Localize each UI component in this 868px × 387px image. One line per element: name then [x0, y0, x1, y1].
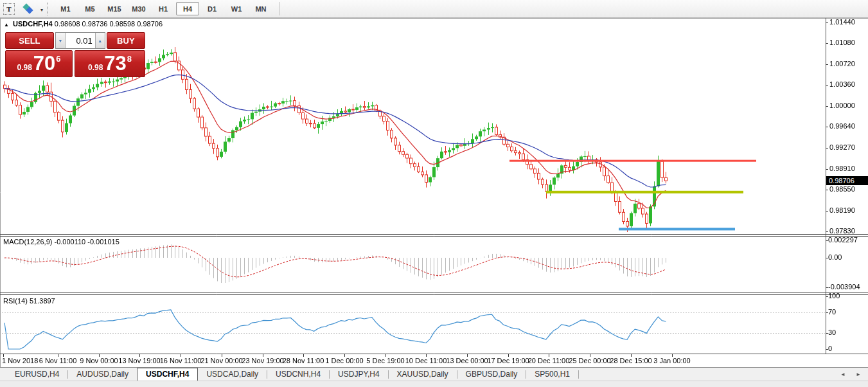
timeframe-h1-button[interactable]: H1: [152, 2, 175, 15]
buy-price-display[interactable]: 0.98 73 8: [75, 50, 145, 77]
toolbar-separator: [279, 2, 280, 15]
rsi-value: 51.3897: [30, 297, 55, 305]
price-axis-label: 0.98550: [829, 185, 855, 194]
tab-scroll-left-icon[interactable]: ◄: [838, 370, 847, 379]
current-price-badge: 0.98706: [826, 176, 868, 185]
time-axis-label: 1 Nov 2018: [2, 357, 38, 365]
time-axis-label: 13 Nov 19:00: [118, 357, 160, 365]
sell-button[interactable]: SELL: [5, 32, 54, 49]
time-axis-label: 5 Dec 19:00: [366, 357, 404, 365]
mt-terminal: T ▾ M1 M5 M15 M30 H1 H4 D1 W1 MN ▲ USDCH…: [0, 0, 868, 387]
tab-usdcad-daily[interactable]: USDCAD,Daily: [198, 368, 267, 381]
price-axis-label: 0.97830: [829, 227, 855, 235]
tab-usdcnh-h4[interactable]: USDCNH,H4: [267, 368, 329, 381]
chart-symbol-period: USDCHF,H4: [13, 20, 53, 28]
price-axis-label: 1.01440: [829, 18, 855, 26]
time-axis-label: 25 Dec 00:00: [569, 357, 610, 365]
time-axis-label: 13 Dec 00:00: [446, 357, 488, 365]
status-bar: [0, 381, 868, 387]
shapes-tool-icon[interactable]: ▾: [21, 3, 38, 15]
timeframe-m5-button[interactable]: M5: [78, 2, 102, 15]
timeframe-w1-button[interactable]: W1: [225, 2, 248, 15]
tab-xauusd-daily[interactable]: XAUUSD,Daily: [389, 368, 457, 381]
macd-axis-label: -0.003904: [828, 283, 860, 291]
buy-button[interactable]: BUY: [107, 32, 145, 49]
time-axis-label: 20 Dec 11:00: [528, 357, 570, 365]
rsi-axis-label: 70: [828, 308, 836, 316]
timeframe-d1-button[interactable]: D1: [200, 2, 224, 15]
price-axis-label: 0.99270: [829, 143, 855, 152]
sell-price-prefix: 0.98: [17, 63, 31, 72]
timeframe-m1-button[interactable]: M1: [54, 2, 77, 15]
chart-ohlc-values: 0.98608 0.98736 0.98598 0.98706: [55, 20, 163, 28]
time-axis-label: 28 Dec 15:00: [610, 357, 651, 365]
tab-eurusd-h4[interactable]: EURUSD,H4: [6, 368, 67, 381]
macd-axis-label: 0.00: [828, 253, 842, 262]
price-axis-label: 1.00360: [829, 80, 855, 89]
time-axis-label: 9 Nov 00:00: [80, 357, 118, 365]
buy-price-big: 73: [104, 51, 126, 76]
text-tool-icon[interactable]: T: [3, 3, 15, 15]
time-axis-label: 23 Nov 19:00: [242, 357, 283, 365]
timeframe-m30-button[interactable]: M30: [127, 2, 150, 15]
tab-sp500-h1[interactable]: SP500,H1: [526, 368, 578, 381]
buy-price-pip: 8: [127, 54, 132, 64]
price-axis-label: 1.01080: [829, 39, 855, 47]
timeframe-h4-button[interactable]: H4: [176, 2, 199, 15]
tab-audusd-daily[interactable]: AUDUSD,Daily: [68, 368, 137, 381]
chevron-down-icon: ▾: [40, 7, 43, 13]
chart-collapse-icon[interactable]: ▲: [4, 22, 9, 28]
sell-price-big: 70: [33, 51, 55, 76]
one-click-trading-panel: SELL ▼ ▲ BUY 0.98 70 6 0.98 73 8: [5, 32, 145, 77]
toolbar: T ▾ M1 M5 M15 M30 H1 H4 D1 W1 MN: [0, 0, 868, 18]
timeframe-m15-button[interactable]: M15: [103, 2, 126, 15]
volume-increase-button[interactable]: ▲: [95, 33, 105, 48]
tab-usdjpy-h4[interactable]: USDJPY,H4: [330, 368, 387, 381]
tab-scroll-right-icon[interactable]: ►: [854, 370, 863, 379]
tab-separator: [578, 370, 579, 379]
price-axis-label: 1.00000: [829, 102, 855, 110]
price-axis-label: 0.98190: [829, 206, 855, 215]
time-axis-label: 6 Nov 11:00: [39, 357, 77, 365]
sell-price-display[interactable]: 0.98 70 6: [5, 50, 73, 77]
volume-input[interactable]: [66, 33, 95, 48]
rsi-label: RSI(14) 51.3897: [3, 297, 55, 305]
chart-tab-bar: EURUSD,H4 AUDUSD,Daily USDCHF,H4 USDCAD,…: [0, 367, 868, 381]
rsi-axis-label: 0: [828, 345, 832, 353]
time-axis-label: 17 Dec 19:00: [487, 357, 529, 365]
macd-label: MACD(12,26,9) -0.000110 -0.001015: [3, 238, 120, 246]
time-axis-label: 10 Dec 11:00: [405, 357, 447, 365]
macd-values: -0.000110 -0.001015: [54, 238, 119, 246]
time-axis-label: 3 Jan 00:00: [653, 357, 691, 365]
rsi-axis-label: 30: [828, 328, 836, 337]
chart-window: ▲ USDCHF,H4 0.98608 0.98736 0.98598 0.98…: [0, 18, 868, 367]
rsi-axis-label: 100: [828, 292, 840, 300]
price-axis-label: 0.99640: [829, 122, 855, 130]
tab-usdchf-h4[interactable]: USDCHF,H4: [137, 368, 198, 381]
toolbar-drag-handle[interactable]: [47, 3, 49, 15]
timeframe-mn-button[interactable]: MN: [249, 2, 272, 15]
price-axis-label: 1.00720: [829, 60, 855, 68]
macd-axis-label: 0.002297: [828, 236, 858, 244]
tab-gbpusd-daily[interactable]: GBPUSD,Daily: [457, 368, 526, 381]
buy-price-prefix: 0.98: [88, 63, 103, 72]
price-axis-label: 0.98910: [829, 165, 855, 173]
time-axis-label: 28 Nov 11:00: [283, 357, 324, 365]
volume-decrease-button[interactable]: ▼: [56, 33, 66, 48]
time-axis-label: 1 Dec 00:00: [325, 357, 363, 365]
chart-title: ▲ USDCHF,H4 0.98608 0.98736 0.98598 0.98…: [4, 20, 163, 28]
time-axis-label: 21 Nov 00:00: [200, 357, 242, 365]
sell-price-pip: 6: [56, 54, 60, 64]
volume-spinner: ▼ ▲: [55, 32, 105, 49]
time-axis-label: 16 Nov 11:00: [160, 357, 202, 365]
